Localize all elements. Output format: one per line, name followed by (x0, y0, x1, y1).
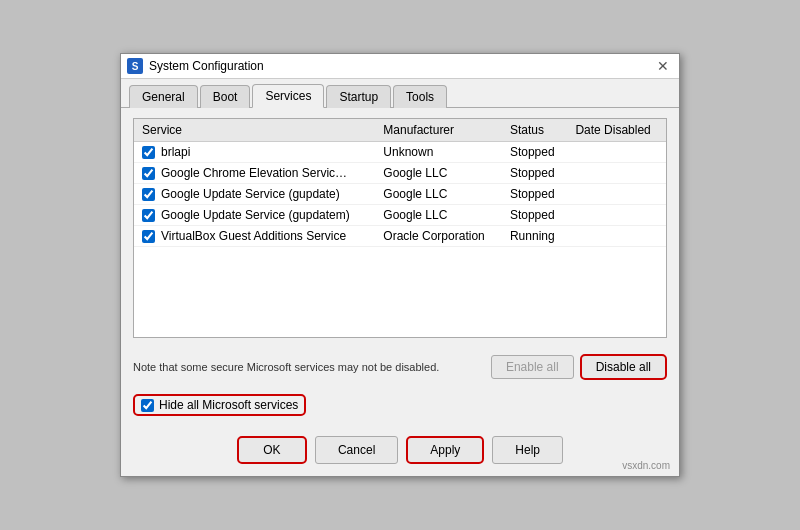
manufacturer-4: Oracle Corporation (375, 226, 502, 247)
service-name-1: Google Chrome Elevation Servic… (161, 166, 347, 180)
manufacturer-2: Google LLC (375, 184, 502, 205)
service-checkbox-4[interactable] (142, 230, 155, 243)
manufacturer-0: Unknown (375, 142, 502, 163)
service-checkbox-2[interactable] (142, 188, 155, 201)
cancel-button[interactable]: Cancel (315, 436, 398, 464)
disable-all-button[interactable]: Disable all (580, 354, 667, 380)
col-date-disabled[interactable]: Date Disabled (567, 119, 666, 142)
status-3: Stopped (502, 205, 567, 226)
manufacturer-3: Google LLC (375, 205, 502, 226)
window-title: System Configuration (149, 59, 264, 73)
hide-ms-row: Hide all Microsoft services (133, 394, 667, 416)
table-row[interactable]: Google Chrome Elevation Servic… Google L… (134, 163, 666, 184)
watermark: vsxdn.com (622, 460, 670, 471)
service-checkbox-1[interactable] (142, 167, 155, 180)
date-disabled-3 (567, 205, 666, 226)
col-service[interactable]: Service (134, 119, 375, 142)
enable-all-button[interactable]: Enable all (491, 355, 574, 379)
window-icon: S (127, 58, 143, 74)
ok-button[interactable]: OK (237, 436, 307, 464)
tab-startup[interactable]: Startup (326, 85, 391, 108)
apply-button[interactable]: Apply (406, 436, 484, 464)
hide-ms-checkbox[interactable] (141, 399, 154, 412)
service-name-3: Google Update Service (gupdatem) (161, 208, 350, 222)
date-disabled-2 (567, 184, 666, 205)
table-row[interactable]: brlapi Unknown Stopped (134, 142, 666, 163)
services-table-container[interactable]: Service Manufacturer Status Date Disable… (133, 118, 667, 338)
service-name-0: brlapi (161, 145, 190, 159)
service-checkbox-0[interactable] (142, 146, 155, 159)
content-area: Service Manufacturer Status Date Disable… (121, 108, 679, 426)
table-row[interactable]: Google Update Service (gupdatem) Google … (134, 205, 666, 226)
hide-ms-label[interactable]: Hide all Microsoft services (133, 394, 306, 416)
note-highlight: secure Microsoft (211, 361, 292, 373)
table-row[interactable]: VirtualBox Guest Additions Service Oracl… (134, 226, 666, 247)
date-disabled-1 (567, 163, 666, 184)
date-disabled-0 (567, 142, 666, 163)
tab-boot[interactable]: Boot (200, 85, 251, 108)
hide-ms-text: Hide all Microsoft services (159, 398, 298, 412)
status-2: Stopped (502, 184, 567, 205)
tab-general[interactable]: General (129, 85, 198, 108)
services-table: Service Manufacturer Status Date Disable… (134, 119, 666, 247)
service-checkbox-3[interactable] (142, 209, 155, 222)
bottom-buttons: OK Cancel Apply Help (121, 426, 679, 476)
service-name-4: VirtualBox Guest Additions Service (161, 229, 346, 243)
service-name-2: Google Update Service (gupdate) (161, 187, 340, 201)
note-area: Note that some secure Microsoft services… (133, 348, 667, 386)
help-button[interactable]: Help (492, 436, 563, 464)
table-row[interactable]: Google Update Service (gupdate) Google L… (134, 184, 666, 205)
note-text: Note that some secure Microsoft services… (133, 361, 439, 373)
col-status[interactable]: Status (502, 119, 567, 142)
col-manufacturer[interactable]: Manufacturer (375, 119, 502, 142)
tab-services[interactable]: Services (252, 84, 324, 108)
tab-tools[interactable]: Tools (393, 85, 447, 108)
close-button[interactable]: ✕ (653, 59, 673, 73)
enable-disable-buttons: Enable all Disable all (491, 354, 667, 380)
title-bar-left: S System Configuration (127, 58, 264, 74)
status-4: Running (502, 226, 567, 247)
date-disabled-4 (567, 226, 666, 247)
title-bar: S System Configuration ✕ (121, 54, 679, 79)
tab-bar: General Boot Services Startup Tools (121, 79, 679, 108)
status-0: Stopped (502, 142, 567, 163)
status-1: Stopped (502, 163, 567, 184)
manufacturer-1: Google LLC (375, 163, 502, 184)
system-configuration-window: S System Configuration ✕ General Boot Se… (120, 53, 680, 477)
